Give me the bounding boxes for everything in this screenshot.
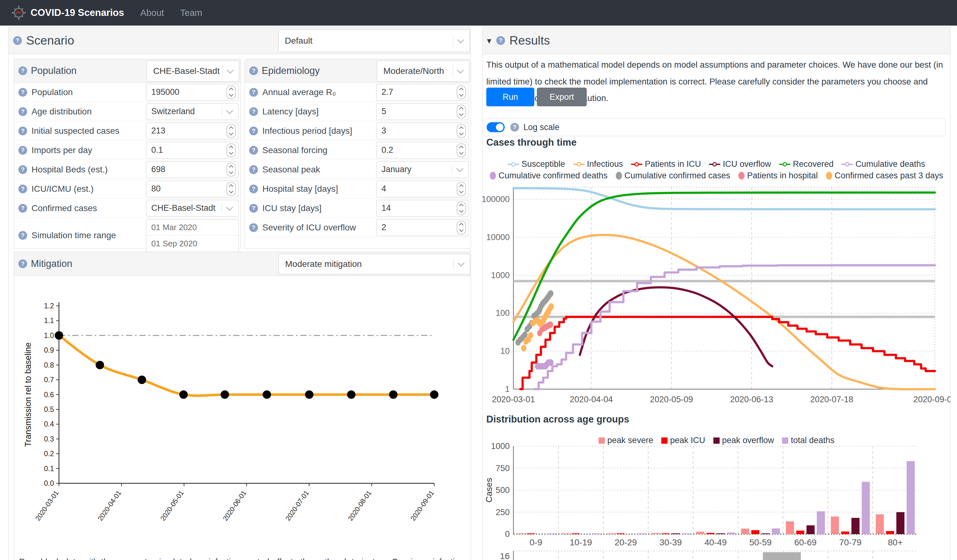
date-start[interactable]: 01 Mar 2020 [146,219,238,235]
legend-item[interactable]: Patients in ICU [631,159,701,169]
age-distribution-chart[interactable]: 02505007501000Cases0-910-1920-2930-3940-… [483,442,951,549]
stepper-icon[interactable] [457,85,466,99]
field-help-icon[interactable]: ? [18,231,27,240]
stepper-icon[interactable] [226,124,236,138]
log-scale-help-icon[interactable]: ? [510,123,519,132]
number-input[interactable]: 14 [376,200,469,217]
mitigation-drag-dot[interactable] [179,390,188,399]
date-range-input[interactable]: 01 Mar 202001 Sep 2020 [146,219,238,252]
stepper-icon[interactable] [457,182,466,196]
step-down-icon[interactable] [229,92,233,97]
step-up-icon[interactable] [459,126,464,131]
scenario-help-icon[interactable]: ? [13,36,22,45]
step-up-icon[interactable] [459,88,464,92]
field-help-icon[interactable]: ? [18,204,27,213]
nav-link-about[interactable]: About [141,8,164,18]
stepper-icon[interactable] [457,144,466,157]
field-help-icon[interactable]: ? [249,146,258,155]
number-input[interactable]: 2.7 [376,84,469,101]
stepper-icon[interactable] [457,221,466,235]
step-up-icon[interactable] [229,184,233,189]
population-preset-select[interactable]: CHE-Basel-Stadt [147,60,239,82]
nav-link-team[interactable]: Team [180,8,202,18]
step-down-icon[interactable] [459,131,464,135]
field-help-icon[interactable]: ? [249,223,258,232]
field-select[interactable]: January [376,161,469,178]
mitigation-drag-dot[interactable] [96,361,104,369]
scenario-preset-select[interactable]: Default [278,30,470,52]
mitigation-drag-dot[interactable] [55,331,63,339]
date-end[interactable]: 01 Sep 2020 [146,235,238,252]
step-up-icon[interactable] [459,184,464,189]
field-help-icon[interactable]: ? [249,185,258,193]
number-input[interactable]: 2 [376,219,469,236]
field-help-icon[interactable]: ? [18,165,27,174]
field-help-icon[interactable]: ? [249,126,258,135]
field-select[interactable]: Switzerland [146,103,238,120]
legend-item[interactable]: Cumulative deaths [842,159,925,169]
step-down-icon[interactable] [459,112,464,116]
number-input[interactable]: 0.1 [146,142,238,159]
field-help-icon[interactable]: ? [249,107,258,116]
step-up-icon[interactable] [459,223,464,227]
step-down-icon[interactable] [459,228,464,232]
mitigation-chart[interactable]: 0.00.10.20.30.40.50.60.70.80.91.01.11.22… [20,281,476,521]
cases-chart[interactable]: 1101001000100001000002020-03-012020-04-0… [483,174,951,413]
number-input[interactable]: 5 [376,103,469,120]
legend-item[interactable]: Susceptible [508,159,565,169]
step-up-icon[interactable] [459,107,464,111]
number-input[interactable]: 4 [376,181,469,197]
stepper-icon[interactable] [226,163,236,177]
legend-item[interactable]: ICU overflow [709,159,771,169]
step-up-icon[interactable] [229,126,233,131]
log-scale-toggle[interactable] [486,122,505,132]
field-help-icon[interactable]: ? [18,185,27,193]
field-help-icon[interactable]: ? [18,126,27,135]
mitigation-preset-select[interactable]: Moderate mitigation [278,254,470,274]
step-up-icon[interactable] [459,203,464,208]
step-down-icon[interactable] [229,189,233,193]
app-title[interactable]: COVID-19 Scenarios [30,7,124,18]
step-down-icon[interactable] [229,170,233,174]
step-up-icon[interactable] [229,88,233,92]
stepper-icon[interactable] [457,124,466,138]
mitigation-drag-dot[interactable] [137,376,146,384]
step-up-icon[interactable] [229,146,233,150]
step-down-icon[interactable] [229,150,233,155]
legend-item[interactable]: Recovered [779,159,834,169]
mitigation-help-icon[interactable]: ? [18,259,27,268]
step-down-icon[interactable] [459,208,464,213]
stepper-icon[interactable] [457,105,466,118]
field-help-icon[interactable]: ? [249,165,258,174]
mitigation-drag-dot[interactable] [347,390,355,399]
number-input[interactable]: 698 [146,161,238,178]
field-help-icon[interactable]: ? [249,204,258,213]
epidemiology-help-icon[interactable]: ? [249,66,258,75]
step-down-icon[interactable] [459,189,464,193]
legend-item[interactable]: Infectious [573,159,623,169]
step-down-icon[interactable] [229,131,233,135]
number-input[interactable]: 195000 [146,84,238,101]
stepper-icon[interactable] [226,182,236,196]
step-down-icon[interactable] [459,92,464,97]
number-input[interactable]: 0.2 [376,142,469,159]
number-input[interactable]: 80 [146,181,238,197]
step-down-icon[interactable] [459,150,464,155]
export-button[interactable]: Export [537,88,587,106]
mitigation-drag-dot[interactable] [430,390,439,399]
results-help-icon[interactable]: ? [496,36,505,45]
mitigation-drag-dot[interactable] [221,390,229,399]
mitigation-drag-dot[interactable] [305,390,313,399]
number-input[interactable]: 213 [146,123,238,139]
field-help-icon[interactable]: ? [18,88,27,97]
stepper-icon[interactable] [226,85,236,99]
virus-logo-icon[interactable] [11,5,26,20]
mitigation-drag-dot[interactable] [389,390,397,399]
step-up-icon[interactable] [229,165,233,169]
step-up-icon[interactable] [459,146,464,150]
field-help-icon[interactable]: ? [249,88,258,97]
epidemiology-preset-select[interactable]: Moderate/North [377,60,469,82]
mitigation-drag-dot[interactable] [263,390,271,399]
run-button[interactable]: Run [486,88,534,106]
field-help-icon[interactable]: ? [18,146,27,155]
